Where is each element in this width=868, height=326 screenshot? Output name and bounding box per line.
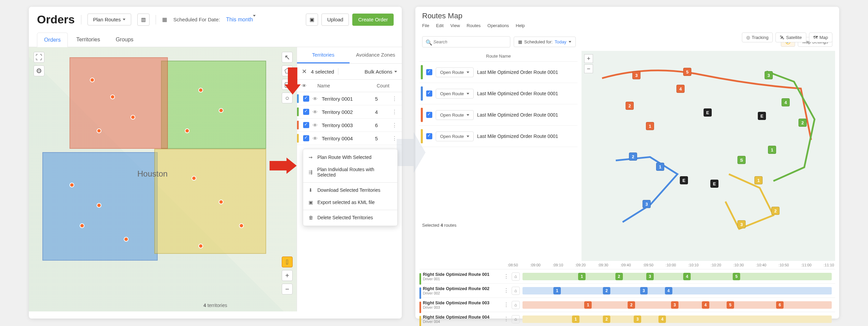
order-marker[interactable] (198, 244, 203, 248)
pointer-tool-icon[interactable]: ↖ (282, 52, 293, 63)
map-stop[interactable]: 1 (754, 176, 763, 184)
map-end-marker[interactable]: E (680, 176, 688, 184)
checkbox[interactable] (303, 109, 309, 115)
territory-row[interactable]: 👁Territory 00036⋮ (297, 119, 402, 132)
eye-icon[interactable]: 👁 (313, 136, 318, 141)
territory-row[interactable]: 👁Territory 00024⋮ (297, 105, 402, 119)
map-stop[interactable]: 2 (798, 119, 807, 127)
scheduled-value[interactable]: This month (226, 17, 256, 23)
map-stop[interactable]: 3 (737, 220, 746, 228)
route-row[interactable]: Open Route Last Mile Optimized Order Rou… (419, 126, 577, 147)
menu-file[interactable]: File (422, 23, 429, 28)
timeline-row[interactable]: Right Side Optimized Route 003Driver 003… (419, 298, 835, 312)
territory-row[interactable]: 👁Territory 00015⋮ (297, 92, 402, 105)
menu-help[interactable]: Help (516, 23, 525, 28)
territory-shape[interactable] (154, 149, 266, 254)
upload-button[interactable]: Upload (321, 14, 349, 26)
route-row[interactable]: Open Route Last Mile Optimized Order Rou… (419, 104, 577, 126)
menu-plan-individual-routes[interactable]: ⇶Plan Individual Routes with Selected (303, 163, 397, 181)
more-icon[interactable]: ⋮ (392, 109, 397, 115)
home-icon[interactable]: ⌂ (512, 301, 520, 309)
visibility-column-icon[interactable]: 👁 (302, 83, 317, 88)
eye-icon[interactable]: 👁 (313, 96, 318, 102)
zoom-in-icon[interactable]: + (282, 270, 293, 281)
order-marker[interactable] (80, 223, 84, 228)
satellite-toggle[interactable]: 🛰Satellite (775, 33, 806, 42)
territory-shape[interactable] (70, 57, 168, 149)
fullscreen-icon[interactable]: ⛶ (34, 52, 44, 63)
gear-icon[interactable]: ⚙ (34, 65, 44, 76)
map-stop[interactable]: 1 (646, 122, 654, 130)
create-order-button[interactable]: Create Order (352, 14, 394, 26)
menu-routes[interactable]: Routes (467, 23, 480, 28)
map-stop[interactable]: S (737, 156, 746, 164)
map-end-marker[interactable]: E (710, 180, 718, 188)
tab-groups[interactable]: Groups (108, 32, 140, 47)
checkbox[interactable] (426, 112, 432, 118)
menu-download-territories[interactable]: ⬇Download Selected Territories (303, 184, 397, 196)
order-marker[interactable] (97, 203, 101, 208)
zoom-out-icon[interactable]: − (282, 284, 293, 294)
side-tab-avoidance[interactable]: Avoidance Zones (350, 47, 402, 63)
map-stop[interactable]: 2 (626, 102, 634, 110)
timeline-row[interactable]: Right Side Optimized Route 002Driver 002… (419, 284, 835, 298)
order-marker[interactable] (219, 200, 223, 204)
eye-icon[interactable]: 👁 (313, 122, 318, 128)
map-stop[interactable]: 1 (656, 163, 664, 171)
tracking-toggle[interactable]: ◎Tracking (742, 33, 773, 42)
timeline-row[interactable]: Right Side Optimized Route 001Driver 001… (419, 269, 835, 284)
open-route-button[interactable]: Open Route (436, 131, 474, 141)
timeline-stop[interactable]: 6 (776, 301, 784, 309)
checkbox[interactable] (426, 69, 432, 75)
order-marker[interactable] (90, 78, 95, 82)
map-toggle-button[interactable]: ▣ (306, 14, 318, 26)
more-icon[interactable]: ⋮ (501, 302, 512, 308)
timeline-stop[interactable]: 2 (628, 301, 635, 309)
territory-shape[interactable] (161, 61, 266, 149)
scheduled-for-dropdown[interactable]: ▦ Scheduled for: Today (514, 37, 576, 47)
timeline-stop[interactable]: 5 (727, 301, 734, 309)
more-icon[interactable]: ⋮ (501, 316, 512, 322)
order-marker[interactable] (70, 183, 74, 187)
more-icon[interactable]: ⋮ (392, 122, 397, 128)
home-icon[interactable]: ⌂ (512, 287, 520, 295)
timeline-row[interactable]: Right Side Optimized Route 004Driver 004… (419, 312, 835, 326)
order-marker[interactable] (198, 88, 203, 93)
territory-row[interactable]: 👁Territory 00045⋮ (297, 132, 402, 145)
timeline-stop[interactable]: 4 (683, 273, 691, 280)
timeline-stop[interactable]: 1 (572, 315, 579, 323)
timeline-stop[interactable]: 4 (702, 301, 709, 309)
order-marker[interactable] (239, 223, 244, 228)
home-icon[interactable]: ⌂ (512, 272, 520, 281)
route-row[interactable]: Open Route Last Mile Optimized Order Rou… (419, 83, 577, 104)
timeline-stop[interactable]: 1 (578, 273, 586, 280)
order-marker[interactable] (97, 128, 101, 133)
map-stop[interactable]: 2 (771, 207, 780, 215)
order-marker[interactable] (124, 237, 129, 242)
map-stop[interactable]: 3 (765, 71, 773, 79)
territories-tool-icon[interactable]: ▥ (137, 14, 150, 26)
more-icon[interactable]: ⋮ (501, 287, 512, 294)
map-stop[interactable]: 4 (782, 98, 790, 106)
map-end-marker[interactable]: E (704, 108, 712, 117)
map-end-marker[interactable]: E (758, 112, 766, 120)
checkbox[interactable] (303, 122, 309, 128)
order-marker[interactable] (219, 108, 223, 113)
pegman-icon[interactable]: 𓀀 (282, 257, 293, 267)
side-tab-territories[interactable]: Territories (297, 47, 350, 63)
menu-plan-route-selected[interactable]: ⇝Plan Route With Selected (303, 151, 397, 163)
more-icon[interactable]: ⋮ (392, 96, 397, 102)
order-marker[interactable] (110, 95, 115, 99)
order-marker[interactable] (185, 128, 190, 133)
map-stop[interactable]: 5 (683, 68, 691, 76)
timeline-stop[interactable]: 3 (646, 273, 654, 280)
checkbox[interactable] (426, 90, 432, 97)
menu-edit[interactable]: Edit (436, 23, 443, 28)
timeline-stop[interactable]: 3 (671, 301, 678, 309)
timeline-stop[interactable]: 5 (733, 273, 740, 280)
map-stop[interactable]: 1 (768, 146, 776, 154)
timeline-stop[interactable]: 3 (640, 287, 648, 294)
map-stop[interactable]: 3 (632, 71, 640, 79)
menu-view[interactable]: View (450, 23, 460, 28)
open-route-button[interactable]: Open Route (436, 67, 474, 77)
